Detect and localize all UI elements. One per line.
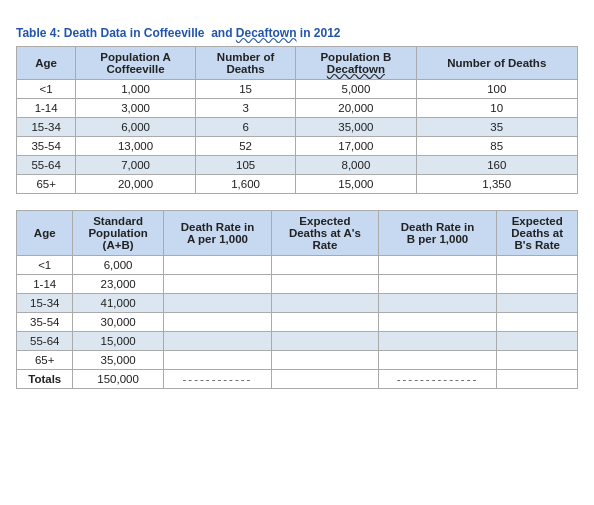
t5-stdpop: 150,000 — [73, 370, 163, 389]
t5-stdpop: 30,000 — [73, 313, 163, 332]
t5-age: 55-64 — [17, 332, 73, 351]
t4-col-popB: Population BDecaftown — [296, 47, 416, 80]
t5-expA — [272, 351, 378, 370]
t5-drA — [163, 256, 271, 275]
table-row: 15-34 41,000 — [17, 294, 578, 313]
t5-drA — [163, 313, 271, 332]
t5-stdpop: 6,000 — [73, 256, 163, 275]
t5-col-drA: Death Rate inA per 1,000 — [163, 211, 271, 256]
t5-stdpop: 15,000 — [73, 332, 163, 351]
t4-deathsB: 35 — [416, 118, 577, 137]
t5-age: 15-34 — [17, 294, 73, 313]
t5-age: 65+ — [17, 351, 73, 370]
t4-deathsB: 1,350 — [416, 175, 577, 194]
t5-expB — [497, 256, 578, 275]
t5-drB — [378, 351, 497, 370]
t5-expB — [497, 351, 578, 370]
table-row: 35-54 30,000 — [17, 313, 578, 332]
t4-deathsA: 105 — [195, 156, 295, 175]
t5-drB — [378, 313, 497, 332]
t5-col-expB: ExpectedDeaths atB's Rate — [497, 211, 578, 256]
t5-stdpop: 35,000 — [73, 351, 163, 370]
t5-age: <1 — [17, 256, 73, 275]
t4-popA: 1,000 — [76, 80, 196, 99]
t4-deathsB: 10 — [416, 99, 577, 118]
t5-expA — [272, 332, 378, 351]
t5-expB — [497, 332, 578, 351]
table-row: 65+ 35,000 — [17, 351, 578, 370]
t5-age: Totals — [17, 370, 73, 389]
t5-col-drB: Death Rate inB per 1,000 — [378, 211, 497, 256]
t5-col-stdpop: StandardPopulation(A+B) — [73, 211, 163, 256]
table5: Age StandardPopulation(A+B) Death Rate i… — [16, 210, 578, 389]
t5-drB: -------------- — [378, 370, 497, 389]
t5-drA — [163, 332, 271, 351]
t4-deathsA: 52 — [195, 137, 295, 156]
t4-deathsA: 3 — [195, 99, 295, 118]
t5-age: 1-14 — [17, 275, 73, 294]
t4-age: 1-14 — [17, 99, 76, 118]
t5-expA — [272, 294, 378, 313]
table-row: 1-14 23,000 — [17, 275, 578, 294]
t5-expA — [272, 256, 378, 275]
table-row: 65+ 20,000 1,600 15,000 1,350 — [17, 175, 578, 194]
t5-col-expA: ExpectedDeaths at A'sRate — [272, 211, 378, 256]
t5-expB — [497, 313, 578, 332]
t4-deathsA: 1,600 — [195, 175, 295, 194]
t4-popA: 13,000 — [76, 137, 196, 156]
t4-col-popA: Population ACoffeeville — [76, 47, 196, 80]
t4-age: 55-64 — [17, 156, 76, 175]
t5-stdpop: 23,000 — [73, 275, 163, 294]
t4-popA: 6,000 — [76, 118, 196, 137]
t5-expB — [497, 294, 578, 313]
t4-col-age: Age — [17, 47, 76, 80]
t4-popB: 5,000 — [296, 80, 416, 99]
t5-col-age: Age — [17, 211, 73, 256]
t4-age: <1 — [17, 80, 76, 99]
t5-drA — [163, 275, 271, 294]
t4-col-deathsA: Number ofDeaths — [195, 47, 295, 80]
t4-col-deathsB: Number of Deaths — [416, 47, 577, 80]
t5-expB — [497, 275, 578, 294]
t5-drA — [163, 351, 271, 370]
t5-expA — [272, 370, 378, 389]
t4-deathsA: 6 — [195, 118, 295, 137]
t4-popB: 35,000 — [296, 118, 416, 137]
table-row: <1 1,000 15 5,000 100 — [17, 80, 578, 99]
table4-title: Table 4: Death Data in Coffeeville and D… — [16, 26, 578, 40]
t4-popB: 8,000 — [296, 156, 416, 175]
t4-popA: 3,000 — [76, 99, 196, 118]
t5-age: 35-54 — [17, 313, 73, 332]
table-row: 35-54 13,000 52 17,000 85 — [17, 137, 578, 156]
t4-deathsA: 15 — [195, 80, 295, 99]
t4-deathsB: 100 — [416, 80, 577, 99]
table4: Age Population ACoffeeville Number ofDea… — [16, 46, 578, 194]
t5-stdpop: 41,000 — [73, 294, 163, 313]
t5-drB — [378, 332, 497, 351]
t5-drB — [378, 256, 497, 275]
t4-deathsB: 160 — [416, 156, 577, 175]
t4-age: 35-54 — [17, 137, 76, 156]
table-row: 15-34 6,000 6 35,000 35 — [17, 118, 578, 137]
table-row: <1 6,000 — [17, 256, 578, 275]
t5-drB — [378, 275, 497, 294]
table-row: 55-64 15,000 — [17, 332, 578, 351]
t5-drB — [378, 294, 497, 313]
t5-drA: ------------ — [163, 370, 271, 389]
t4-popB: 15,000 — [296, 175, 416, 194]
t4-deathsB: 85 — [416, 137, 577, 156]
t4-popB: 17,000 — [296, 137, 416, 156]
t5-expA — [272, 313, 378, 332]
t4-popA: 7,000 — [76, 156, 196, 175]
table-row: Totals 150,000 ------------ ------------… — [17, 370, 578, 389]
t4-age: 15-34 — [17, 118, 76, 137]
t4-popB: 20,000 — [296, 99, 416, 118]
table-row: 1-14 3,000 3 20,000 10 — [17, 99, 578, 118]
t5-drA — [163, 294, 271, 313]
t5-expA — [272, 275, 378, 294]
table-row: 55-64 7,000 105 8,000 160 — [17, 156, 578, 175]
t4-age: 65+ — [17, 175, 76, 194]
t4-popA: 20,000 — [76, 175, 196, 194]
t5-expB — [497, 370, 578, 389]
